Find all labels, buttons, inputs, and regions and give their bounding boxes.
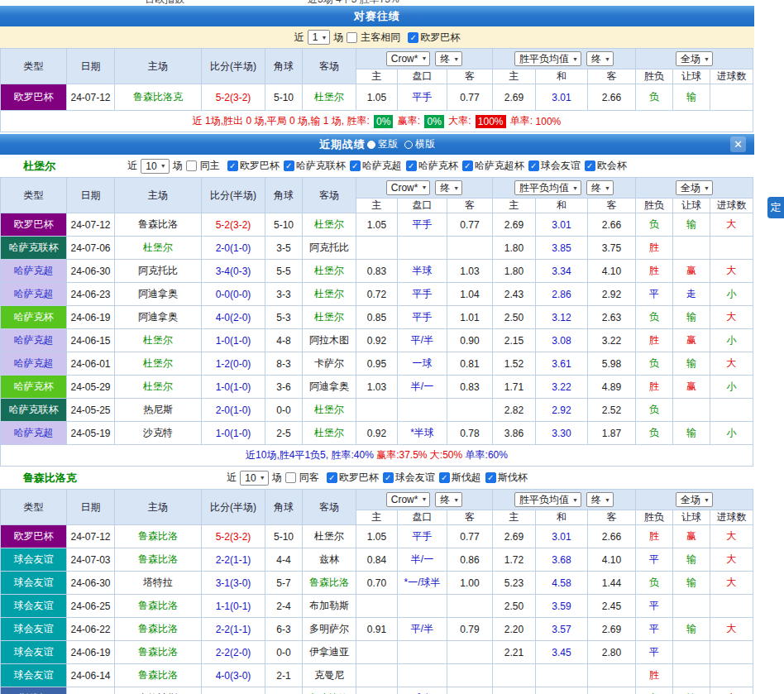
header-select[interactable]: 胜平负均值▼ [514,180,581,195]
cell-odds-home: 1.52 [493,352,536,376]
league-filter-item: ✓斯伐杯 [485,471,528,485]
vertical-layout-radio[interactable] [367,141,375,149]
league-checkbox[interactable]: ✓ [383,472,394,483]
cell-corners: 3-3 [265,283,303,306]
cell-league: 哈萨克超 [1,329,67,352]
h2h-count-select[interactable]: 1▼ [308,30,331,45]
league-checkbox[interactable]: ✓ [408,32,418,43]
cell-ah-line [398,237,447,260]
column-header: 主场 [115,178,202,213]
cell-goals-result [710,595,753,618]
league-checkbox[interactable]: ✓ [227,160,238,171]
league-checkbox[interactable]: ✓ [528,160,539,171]
header-select[interactable]: 全场▼ [676,180,713,195]
cell-corners: 2-5 [265,422,303,445]
header-select[interactable]: 终▼ [586,51,614,66]
cell-odds-away: 3.22 [588,329,636,352]
league-checkbox[interactable]: ✓ [439,472,450,483]
header-select[interactable]: 终▼ [435,180,462,195]
header-select[interactable]: 胜平负均值▼ [514,492,581,507]
cell-away-team: 多明萨尔 [303,618,356,641]
league-checkbox[interactable]: ✓ [462,160,473,171]
header-group: Crow*▼终▼ [356,490,493,510]
league-checkbox[interactable]: ✓ [327,472,337,483]
cell-league: 球会友谊 [1,548,67,572]
header-select[interactable]: Crow*▼ [386,51,431,66]
cell-odds-away: 4.89 [588,376,636,399]
header-select[interactable]: 终▼ [586,492,614,507]
column-header: 日期 [67,178,115,213]
chevron-down-icon: ▼ [704,185,710,191]
cell-result: 胜 [636,376,673,399]
cell-odds-away: 8.24 [588,687,636,694]
cell-odds-draw: 3.59 [536,595,588,618]
league-label: 哈萨克超 [362,159,402,173]
h2h-filter-row: 近 1▼ 场 主客相同 ✓欧罗巴杯 [0,26,754,48]
header-select[interactable]: 全场▼ [676,51,713,66]
header-select[interactable]: 终▼ [435,492,462,507]
same-home-checkbox[interactable] [186,160,197,171]
league-checkbox[interactable]: ✓ [485,472,496,483]
league-checkbox[interactable]: ✓ [284,160,294,171]
side-tab-button[interactable]: 定 [767,197,784,218]
cell-ah-result: 输 [673,618,710,641]
team2-count-select[interactable]: 10▼ [240,471,268,486]
h2h-title: 对赛往绩 [354,9,400,24]
header-select[interactable]: Crow*▼ [386,180,431,195]
league-checkbox[interactable]: ✓ [350,160,361,171]
header-select[interactable]: 终▼ [435,51,462,66]
column-header: 类型 [1,49,67,84]
cell-league: 哈萨克杯 [1,376,67,399]
clipped-text-right: 近3场 4中3 胜率75% [308,0,399,6]
close-icon[interactable]: ✕ [730,136,746,152]
cell-odds-away: 2.66 [588,213,636,237]
league-filter-item: ✓球会友谊 [528,159,581,173]
sub-column-header: 盘口 [398,510,447,525]
cell-ah-away-odds [447,641,493,664]
team1-filter-row: 杜堡尔 近 10▼ 场 同主 ✓欧罗巴杯✓哈萨克联杯✓哈萨克超✓哈萨克杯✓哈萨克… [0,155,754,177]
near-label: 近 [227,471,237,485]
league-label: 斯伐杯 [498,471,528,485]
cell-away-team: 杜堡尔 [303,213,356,237]
cell-odds-draw: 3.01 [536,213,588,237]
league-checkbox[interactable]: ✓ [406,160,417,171]
same-away-checkbox[interactable] [285,472,296,483]
cell-corners: 3-5 [265,237,303,260]
cell-ah-home-odds: 0.92 [356,329,398,352]
cell-home-team: 阿克托比 [115,260,202,283]
cell-ah-result: 走 [673,283,710,306]
cell-ah-line: 平/半 [398,329,447,352]
sub-column-header: 让球 [673,510,710,525]
header-select[interactable]: 全场▼ [676,492,713,507]
horizontal-layout-radio[interactable] [404,141,413,149]
header-select[interactable]: 终▼ [586,180,614,195]
cell-league: 哈萨克超 [1,352,67,376]
cell-odds-draw: 4.58 [536,572,588,595]
cell-result: 负 [636,687,673,694]
cell-ah-line: *一/球半 [398,572,447,595]
league-filter-item: ✓哈萨克超 [350,159,402,173]
league-checkbox[interactable]: ✓ [585,160,595,171]
league-filter-list: ✓欧罗巴杯✓球会友谊✓斯伐超✓斯伐杯 [323,471,528,485]
cell-goals-result: 大 [710,213,753,237]
cell-ah-home-odds: 1.03 [356,376,398,399]
cell-ah-home-odds: 0.91 [356,618,398,641]
h2h-table: 类型日期主场比分(半场)角球客场Crow*▼终▼胜平负均值▼终▼全场▼主盘口客主… [0,48,753,111]
summary-segment: 100% [476,115,506,128]
league-filter-list: ✓欧罗巴杯 [404,31,460,45]
cell-ah-result: 输 [673,84,710,111]
cell-corners: 8-3 [265,352,303,376]
cell-odds-home: 2.20 [493,618,536,641]
header-group: 全场▼ [636,49,753,69]
cell-goals-result [710,237,753,260]
cell-score: 5-2(3-2) [202,84,265,111]
header-select[interactable]: Crow*▼ [386,492,431,507]
header-select[interactable]: 胜平负均值▼ [514,51,581,66]
match-row: 球会友谊24-07-03鲁森比洛2-2(1-1)4-4兹林0.84半/一0.86… [1,548,753,572]
team1-count-select[interactable]: 10▼ [141,159,169,174]
match-row: 哈萨克联杯24-07-06杜堡尔2-0(1-0)3-5阿克托比1.803.853… [1,237,753,260]
cell-ah-line [398,595,447,618]
same-venue-checkbox[interactable] [347,32,357,43]
cell-date: 24-06-19 [67,306,115,329]
cell-corners: 0-0 [265,641,303,664]
